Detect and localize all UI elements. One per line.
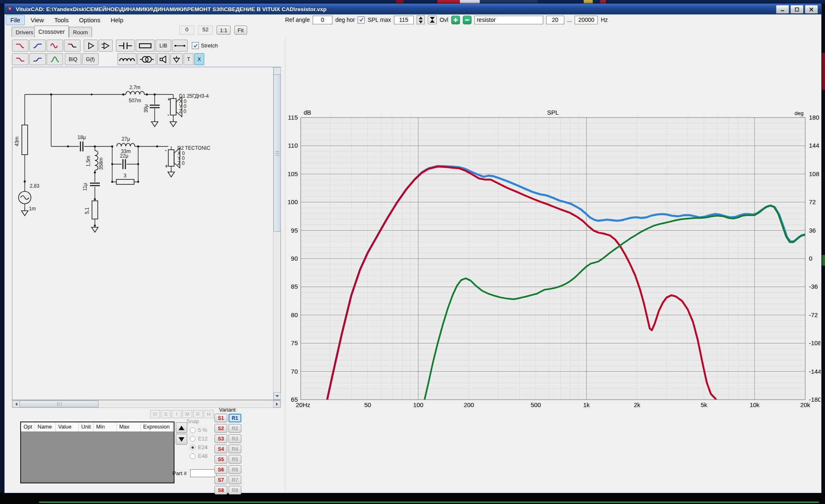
resistor-button[interactable] <box>136 40 155 52</box>
highpass-filter-button[interactable] <box>29 40 46 52</box>
variant-r3-button[interactable]: R3 <box>229 434 241 443</box>
table-header-unit[interactable]: Unit <box>79 422 94 431</box>
capacitor-C4[interactable] <box>123 159 125 169</box>
biquad-button[interactable]: BiQ <box>65 53 81 65</box>
variant-s2-button[interactable]: S2 <box>214 424 227 433</box>
freq-min-input[interactable] <box>546 16 564 24</box>
tab-drivers[interactable]: Drivers <box>12 27 38 37</box>
menu-tools[interactable]: Tools <box>50 15 73 25</box>
variant-s7-button[interactable]: S7 <box>214 476 227 484</box>
zoom-fit-button[interactable]: Fit <box>234 26 247 35</box>
spl-max-input[interactable] <box>394 16 414 24</box>
radio-icon[interactable] <box>190 445 196 450</box>
variant-r6-button[interactable]: R6 <box>229 465 241 474</box>
variant-r7-button[interactable]: R7 <box>229 476 241 484</box>
opt-mode-m-button[interactable]: M <box>182 410 192 418</box>
inductor-L2[interactable] <box>95 151 98 170</box>
opt-mode-i-button[interactable]: I <box>172 410 182 418</box>
variant-s8-button[interactable]: S8 <box>214 486 227 495</box>
scrollbar-thumb[interactable] <box>19 400 99 407</box>
schematic-canvas[interactable]: 2,7m 507m 39μ + - D1 25ГДН3-4 X 0 Y 0 Z … <box>12 67 281 400</box>
spl-max-checkbox[interactable] <box>358 16 365 24</box>
spinner-up-icon[interactable] <box>417 16 424 20</box>
buffer-button[interactable] <box>84 40 98 52</box>
menu-help[interactable]: Help <box>106 15 128 25</box>
menu-view[interactable]: View <box>26 15 48 25</box>
freq-max-input[interactable] <box>575 16 598 24</box>
part-number-input[interactable] <box>190 469 217 477</box>
text-tool-button[interactable]: T <box>184 53 193 65</box>
capacitor-C2[interactable] <box>80 141 83 151</box>
lowpass-filter-button[interactable] <box>12 40 28 52</box>
inductor-L1[interactable] <box>126 91 144 94</box>
table-header-max[interactable]: Max <box>117 422 141 431</box>
tab-room[interactable]: Room <box>69 27 92 37</box>
table-header-value[interactable]: Value <box>56 422 79 431</box>
radio-icon[interactable] <box>190 436 196 442</box>
tab-crossover[interactable]: Crossover <box>34 26 69 38</box>
opt-mode-r-button[interactable]: R <box>193 410 203 418</box>
scroll-right-button[interactable] <box>273 400 280 407</box>
scroll-down-button[interactable] <box>273 392 281 400</box>
spinner-down-icon[interactable] <box>417 20 424 24</box>
lowpass2-filter-button[interactable] <box>12 53 28 65</box>
inductor-L3[interactable] <box>117 144 135 147</box>
variant-s5-button[interactable]: S5 <box>214 455 227 464</box>
row-down-button[interactable] <box>176 434 187 445</box>
variant-s1-button[interactable]: S1 <box>214 414 227 422</box>
minimize-button[interactable] <box>776 5 789 14</box>
maximize-button[interactable] <box>790 5 804 14</box>
schematic-horizontal-scrollbar[interactable] <box>12 400 281 408</box>
variant-r5-button[interactable]: R5 <box>229 455 241 464</box>
capacitor-C1[interactable] <box>150 105 160 108</box>
snap-option-E24[interactable]: E24 <box>190 444 213 450</box>
table-header-expression[interactable]: Expression <box>141 422 173 431</box>
menu-options[interactable]: Options <box>74 15 105 25</box>
opamp-button[interactable] <box>99 40 113 52</box>
capacitor-C3[interactable] <box>90 183 100 186</box>
overlay-name-input[interactable] <box>474 16 543 24</box>
row-up-button[interactable] <box>176 422 187 433</box>
variant-r4-button[interactable]: R4 <box>229 445 241 453</box>
spl-chart[interactable]: 1151101051009590858075706518014410872360… <box>285 37 820 490</box>
variant-s4-button[interactable]: S4 <box>214 445 227 453</box>
overlay-remove-button[interactable] <box>463 16 471 24</box>
snap-option-5%[interactable]: 5 % <box>190 427 213 433</box>
resistor-R3[interactable] <box>116 179 134 184</box>
radio-icon[interactable] <box>190 453 196 459</box>
inductor-button[interactable] <box>118 53 137 65</box>
schematic-vertical-scrollbar[interactable] <box>273 67 280 400</box>
ac-source[interactable] <box>19 191 31 204</box>
stretch-checkbox[interactable] <box>192 42 199 49</box>
taskbar[interactable] <box>0 492 825 504</box>
zoom-1to1-button[interactable]: 1:1 <box>217 26 231 35</box>
snap-option-E12[interactable]: E12 <box>190 436 213 442</box>
shelf-filter-button[interactable] <box>64 40 80 52</box>
capacitor-button[interactable] <box>116 40 135 52</box>
scroll-left-button[interactable] <box>12 400 20 407</box>
wire-button[interactable] <box>172 40 188 52</box>
radio-icon[interactable] <box>190 427 196 433</box>
transformer-button[interactable] <box>137 53 156 65</box>
optimizer-table[interactable]: OptNameValueUnitMinMaxExpression <box>20 422 174 483</box>
opt-mode-o-button[interactable]: O <box>150 410 160 418</box>
resistor-series[interactable] <box>22 125 28 155</box>
opt-mode-h-button[interactable]: H <box>204 410 214 418</box>
overlay-add-button[interactable] <box>451 16 460 24</box>
delete-tool-button[interactable]: X <box>194 53 204 65</box>
variant-r1-button[interactable]: R1 <box>229 414 241 422</box>
highpass2-filter-button[interactable] <box>29 53 46 65</box>
gf-block-button[interactable]: G(f) <box>82 53 99 65</box>
table-header-opt[interactable]: Opt <box>21 422 35 431</box>
ground-button[interactable] <box>170 53 183 65</box>
opt-mode-s-button[interactable]: S <box>161 410 171 418</box>
library-button[interactable]: LIB <box>156 40 171 52</box>
snap-option-E48[interactable]: E48 <box>190 453 213 459</box>
variant-r8-button[interactable]: R8 <box>229 486 241 495</box>
variant-s6-button[interactable]: S6 <box>214 465 227 474</box>
variant-s3-button[interactable]: S3 <box>214 434 227 443</box>
spl-max-spinner[interactable] <box>417 15 425 24</box>
autoscale-button[interactable] <box>428 15 437 24</box>
menu-file[interactable]: File <box>6 15 25 25</box>
variant-r2-button[interactable]: R2 <box>229 424 241 433</box>
